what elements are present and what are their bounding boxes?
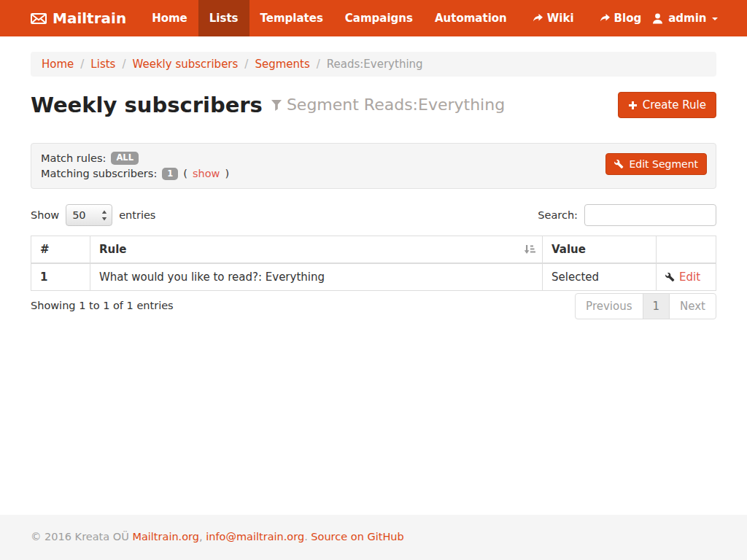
main-nav: Home Lists Templates Campaigns Automatio… <box>141 0 652 36</box>
nav-link-templates[interactable]: Templates <box>249 0 334 36</box>
email-link[interactable]: info@mailtrain.org <box>206 531 304 542</box>
breadcrumb-link-segments[interactable]: Segments <box>255 58 309 71</box>
external-link-icon <box>600 14 610 23</box>
rules-table: # Rule Value 1 What would you like to re… <box>31 236 716 291</box>
search-label: Search: <box>538 209 578 221</box>
pagination: Previous 1 Next <box>575 293 716 319</box>
nav-item-wiki: Wiki <box>522 0 585 36</box>
main-content: Home Lists Weekly subscribers Segments R… <box>31 36 716 330</box>
matching-count-badge: 1 <box>162 168 178 181</box>
nav-item-automation: Automation <box>424 0 518 36</box>
match-rules-label: Match rules: <box>41 152 106 164</box>
brand-link[interactable]: Mailtrain <box>31 0 141 36</box>
matching-subscribers-label: Matching subscribers: <box>41 168 157 179</box>
table-controls: Show 50 entries Search: <box>31 204 716 226</box>
pagination-page-1[interactable]: 1 <box>643 293 670 319</box>
show-subscribers-link[interactable]: show <box>193 168 220 179</box>
sort-icon <box>524 244 535 257</box>
entries-info: Showing 1 to 1 of 1 entries <box>31 292 174 311</box>
breadcrumb: Home Lists Weekly subscribers Segments R… <box>31 52 716 77</box>
rule-number-cell: 1 <box>31 263 90 291</box>
paren-open: ( <box>183 168 187 179</box>
page-header: Weekly subscribers Segment Reads:Everyth… <box>31 89 716 121</box>
envelope-icon <box>31 13 47 24</box>
chevron-down-icon <box>712 18 718 20</box>
show-label: Show <box>31 209 59 221</box>
nav-link-automation[interactable]: Automation <box>424 0 518 36</box>
breadcrumb-item-weekly-subscribers: Weekly subscribers <box>115 58 238 71</box>
paren-close: ) <box>225 168 229 179</box>
breadcrumb-link-weekly-subscribers[interactable]: Weekly subscribers <box>132 58 238 71</box>
header-value[interactable]: Value <box>543 236 657 264</box>
breadcrumb-link-home[interactable]: Home <box>42 58 74 71</box>
nav-link-blog[interactable]: Blog <box>589 0 653 36</box>
mailtrain-org-link[interactable]: Mailtrain.org <box>132 531 199 542</box>
nav-link-wiki[interactable]: Wiki <box>522 0 585 36</box>
page-footer: © 2016 Kreata OÜ Mailtrain.org, info@mai… <box>0 515 747 560</box>
copyright-text: © 2016 Kreata OÜ <box>31 531 129 542</box>
pagination-previous[interactable]: Previous <box>575 293 643 319</box>
page-size-select[interactable]: 50 <box>66 204 112 226</box>
breadcrumb-item-segments: Segments <box>238 58 309 71</box>
select-spinner-icon <box>101 210 107 223</box>
match-rules-badge: ALL <box>111 152 139 165</box>
top-navbar: Mailtrain Home Lists Templates Campaigns… <box>0 0 747 36</box>
table-header-row: # Rule Value <box>31 236 716 264</box>
nav-item-blog: Blog <box>589 0 653 36</box>
wrench-icon <box>665 273 675 282</box>
github-source-link[interactable]: Source on GitHub <box>311 531 403 542</box>
table-row: 1 What would you like to read?: Everythi… <box>31 263 716 291</box>
user-menu[interactable]: admin <box>652 0 717 36</box>
edit-segment-button[interactable]: Edit Segment <box>605 153 707 175</box>
nav-item-home: Home <box>141 0 198 36</box>
page-size-value: 50 <box>72 209 85 221</box>
nav-item-templates: Templates <box>249 0 334 36</box>
user-icon <box>652 13 663 24</box>
create-rule-button[interactable]: Create Rule <box>618 92 716 118</box>
nav-link-lists[interactable]: Lists <box>198 0 249 36</box>
brand-label: Mailtrain <box>53 9 126 27</box>
breadcrumb-link-lists[interactable]: Lists <box>90 58 115 71</box>
header-num[interactable]: # <box>31 236 90 264</box>
wrench-icon <box>614 160 624 169</box>
segment-summary-panel: Match rules: ALL Matching subscribers: 1… <box>31 143 716 189</box>
user-name: admin <box>668 12 706 25</box>
breadcrumb-item-home: Home <box>42 58 74 71</box>
breadcrumb-item-current: Reads:Everything <box>310 58 423 71</box>
nav-link-campaigns[interactable]: Campaigns <box>334 0 424 36</box>
search-input[interactable] <box>584 204 716 226</box>
page-title: Weekly subscribers Segment Reads:Everyth… <box>31 89 505 121</box>
footer-separator: , <box>199 531 203 542</box>
segment-subtitle: Segment Reads:Everything <box>271 89 505 121</box>
entries-label: entries <box>119 209 155 221</box>
rule-actions-cell: Edit <box>657 263 716 291</box>
nav-item-lists: Lists <box>198 0 249 36</box>
breadcrumb-item-lists: Lists <box>74 58 115 71</box>
search-area: Search: <box>538 204 716 226</box>
header-actions <box>657 236 716 264</box>
pagination-next[interactable]: Next <box>669 293 716 319</box>
header-rule[interactable]: Rule <box>90 236 543 264</box>
plus-icon <box>628 101 638 110</box>
filter-icon <box>271 100 282 111</box>
nav-link-home[interactable]: Home <box>141 0 198 36</box>
external-link-icon <box>533 14 543 23</box>
rule-text-cell: What would you like to read?: Everything <box>90 263 543 291</box>
nav-item-campaigns: Campaigns <box>334 0 424 36</box>
footer-separator: . <box>304 531 308 542</box>
rule-value-cell: Selected <box>543 263 657 291</box>
table-footer: Showing 1 to 1 of 1 entries Previous 1 N… <box>31 292 716 330</box>
edit-rule-link[interactable]: Edit <box>679 271 700 284</box>
